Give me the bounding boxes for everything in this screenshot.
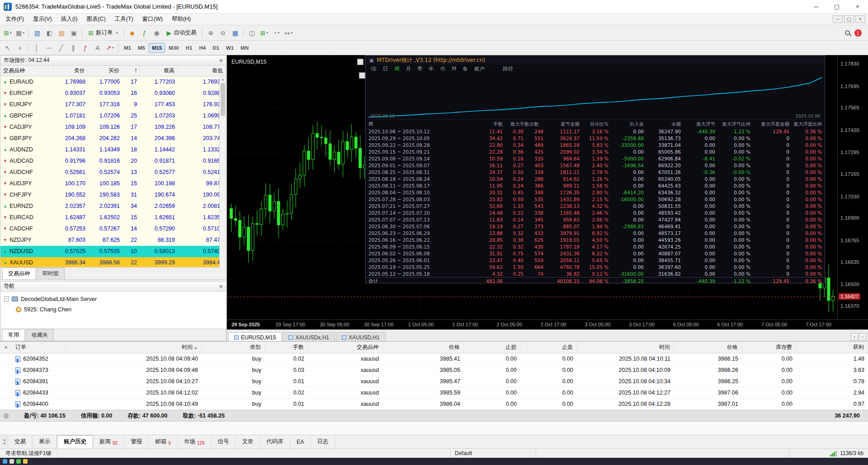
window-maximize-button[interactable]: ▢ — [826, 0, 847, 13]
menu-item[interactable]: 工具(T) — [110, 14, 138, 25]
history-row[interactable]: 620843912025.10.08 04:10:27buy0.01xauusd… — [0, 376, 868, 387]
market-watch-row[interactable]: ▲NZDUSD 0.57525 0.57535 10 0.58013 0.574… — [0, 246, 226, 257]
chart-shift-button[interactable]: ↦▾ — [283, 27, 294, 39]
new-order-button[interactable]: ⊞新订单▾ — [85, 27, 121, 39]
notification-badge[interactable]: 1 — [854, 29, 862, 37]
horizontal-line-button[interactable]: ─ — [43, 42, 55, 54]
history-column[interactable]: 价格 — [674, 342, 742, 353]
mtdriver-row[interactable]: 2025.09.01 ~ 2025.09.0716.110.274031567.… — [366, 162, 825, 169]
tab-交易品种[interactable]: 交易品种 — [2, 268, 36, 279]
market-watch-row[interactable]: ▼AUDJPY 100.170 100.185 15 100.198 99.87… — [0, 178, 226, 189]
toolbox-tab-展示[interactable]: 展示 — [33, 435, 57, 448]
auto-trading-button[interactable]: ▶自动交易 — [163, 27, 200, 39]
chart-close-button[interactable]: × — [855, 15, 865, 23]
mtdriver-tab-周[interactable]: 周 — [394, 66, 400, 72]
mtdriver-tab-路径[interactable]: 路径 — [503, 66, 513, 72]
mtdriver-row[interactable]: 2025.07.14 ~ 2025.07.2014.480.223381165.… — [366, 209, 825, 216]
market-watch-row[interactable]: ▲GBPCHF 1.07181 1.07206 25 1.07203 1.069… — [0, 110, 226, 122]
mtdriver-tab-日[interactable]: 日 — [383, 66, 388, 72]
chart-tab[interactable]: XAUUSDx,H1 — [283, 332, 335, 341]
market-watch-row[interactable]: ▼EURCHF 0.93037 0.93053 16 0.93080 0.928… — [0, 88, 226, 99]
toolbox-tab-代码库[interactable]: 代码库 — [260, 435, 290, 448]
strip-icon-2[interactable] — [9, 459, 14, 464]
cursor-button[interactable]: ↖ — [2, 42, 14, 54]
toolbox-tab-EA[interactable]: EA — [290, 436, 311, 448]
mtdriver-row[interactable]: 2025.08.18 ~ 2025.08.2410.540.24288814.6… — [366, 175, 825, 182]
menu-item[interactable]: 文件(F) — [1, 14, 28, 25]
market-watch-toggle[interactable]: ▥ — [31, 27, 43, 39]
timeframe-M15[interactable]: M15 — [149, 43, 165, 53]
navigator-toggle[interactable]: ▤ — [56, 27, 67, 39]
toolbox-tab-新闻[interactable]: 新闻92 — [93, 435, 124, 448]
market-watch-column[interactable]: 卖价 — [54, 66, 88, 76]
indicators-button[interactable]: ƒ — [139, 27, 151, 39]
toolbox-tab-警报[interactable]: 警报 — [124, 435, 149, 448]
toolbox-close-icon[interactable]: × — [0, 342, 12, 353]
chart-minimize-button[interactable]: ─ — [833, 15, 843, 23]
fibonacci-button[interactable]: ƒ — [80, 42, 91, 54]
navigator-close-icon[interactable]: × — [219, 283, 223, 290]
mtdriver-row[interactable]: 2025.07.21 ~ 2025.07.2732.601.105432238.… — [366, 202, 825, 209]
timeframe-H1[interactable]: H1 — [183, 43, 196, 53]
market-watch-close-icon[interactable]: × — [219, 57, 223, 64]
mtdriver-row[interactable]: 2025.07.28 ~ 2025.08.0323.820.505351431.… — [366, 196, 825, 202]
chart-plot[interactable]: EURUSD,M15 ▣ MTDriver统计 ,V3.12 (http://m… — [227, 55, 837, 319]
market-watch-row[interactable]: ▼GBPJPY 204.268 204.282 14 204.396 203.7… — [0, 133, 226, 144]
market-watch-column[interactable]: 买价 — [88, 66, 123, 76]
market-watch-column[interactable]: 交易品种 — [0, 66, 54, 76]
toolbox-tab-日志[interactable]: 日志 — [311, 435, 335, 448]
chart-tab[interactable]: EURUSD,M15 — [228, 332, 282, 341]
menu-item[interactable]: 插入(I) — [57, 14, 82, 25]
mtdriver-row[interactable]: 2025.06.16 ~ 2025.06.2220.850.386251919.… — [366, 236, 825, 243]
mtdriver-row[interactable]: 2025.05.26 ~ 2025.06.0122.470.405592058.… — [366, 257, 825, 263]
mtdriver-tab-年[interactable]: 年 — [429, 66, 434, 72]
timeframe-D1[interactable]: D1 — [209, 43, 222, 53]
menu-item[interactable]: 窗口(W) — [138, 14, 167, 25]
arrange-horizontal-button[interactable]: ◫ — [246, 27, 258, 39]
market-watch-row[interactable]: ▼CADJPY 109.109 109.126 17 109.226 108.7… — [0, 122, 226, 133]
mtdriver-tab-综[interactable]: 综 — [371, 66, 377, 72]
data-window-toggle[interactable]: ◧ — [43, 27, 55, 39]
mtdriver-row[interactable]: 2025.05.19 ~ 2025.05.2559.611.506644760.… — [366, 263, 825, 270]
mtdriver-total-row[interactable]: 合计482.0640106.1594.08 %-3858.25-440.39-1… — [366, 277, 825, 283]
timer-button[interactable]: ◔▾ — [270, 27, 282, 39]
market-watch-row[interactable]: ▼CHFJPY 190.552 190.583 31 190.674 190.0… — [0, 189, 226, 201]
mtdriver-tab-月[interactable]: 月 — [406, 66, 411, 72]
window-minimize-button[interactable]: ─ — [806, 0, 826, 13]
history-column[interactable]: 止损 — [464, 342, 520, 353]
toolbox-tab-文章[interactable]: 文章 — [236, 435, 260, 448]
timeframe-W1[interactable]: W1 — [223, 43, 237, 53]
mtdriver-row[interactable]: 2025.07.07 ~ 2025.07.1311.630.14345958.6… — [366, 216, 825, 223]
mtdriver-collapse-button[interactable] — [357, 59, 363, 65]
history-column[interactable]: 时间▲ — [66, 342, 202, 353]
mtdriver-row[interactable]: 2025.09.15 ~ 2025.09.2122.280.364252099.… — [366, 148, 825, 155]
mtdriver-tab-M[interactable]: M — [452, 66, 457, 72]
toolbox-tab-市场[interactable]: 市场129 — [178, 435, 212, 448]
strip-icon-3[interactable] — [16, 459, 21, 464]
channel-button[interactable]: ∥ — [67, 42, 79, 54]
toolbox-tab-交易[interactable]: 交易 — [8, 435, 33, 448]
market-watch-row[interactable]: ▼EURJPY 177.307 177.316 9 177.453 176.93… — [0, 99, 226, 110]
market-watch-row[interactable]: ▲AUDNZD 1.14331 1.14349 18 1.14442 1.133… — [0, 144, 226, 155]
history-column[interactable]: 交易品种 — [308, 342, 382, 353]
history-column[interactable]: 获利 — [796, 342, 868, 353]
tab-scroll-right-icon[interactable]: › — [859, 333, 866, 340]
arrows-button[interactable]: ↗▾ — [104, 42, 116, 54]
market-watch-row[interactable]: ▼CADCHF 0.57253 0.57267 14 0.57290 0.571… — [0, 223, 226, 235]
vertical-line-button[interactable]: │ — [31, 42, 42, 54]
tree-item-account[interactable]: 5925: Chang Chen — [4, 304, 226, 315]
zoom-in-button[interactable]: ⊕ — [205, 27, 217, 39]
mtdriver-row[interactable]: 2025.08.04 ~ 2025.08.1020.310.453481726.… — [366, 189, 825, 196]
market-watch-column[interactable]: 最低 — [178, 66, 226, 76]
objects-button[interactable]: ◆ — [127, 27, 138, 39]
history-column[interactable]: 手数 — [265, 342, 308, 353]
trendline-button[interactable]: ╱ — [55, 42, 67, 54]
tile-windows-button[interactable]: ▦ — [229, 27, 241, 39]
mtdriver-tab-备[interactable]: 备 — [462, 66, 468, 72]
time-axis[interactable]: 29 Sep 202529 Sep 17:0030 Sep 05:0030 Se… — [227, 319, 868, 329]
timeframe-M5[interactable]: M5 — [135, 43, 148, 53]
mtdriver-tab-季[interactable]: 季 — [417, 66, 423, 72]
history-column[interactable]: 止盈 — [520, 342, 577, 353]
history-column[interactable]: 价格 — [382, 342, 464, 353]
toolbox-tab-账户历史[interactable]: 账户历史 — [57, 435, 93, 448]
